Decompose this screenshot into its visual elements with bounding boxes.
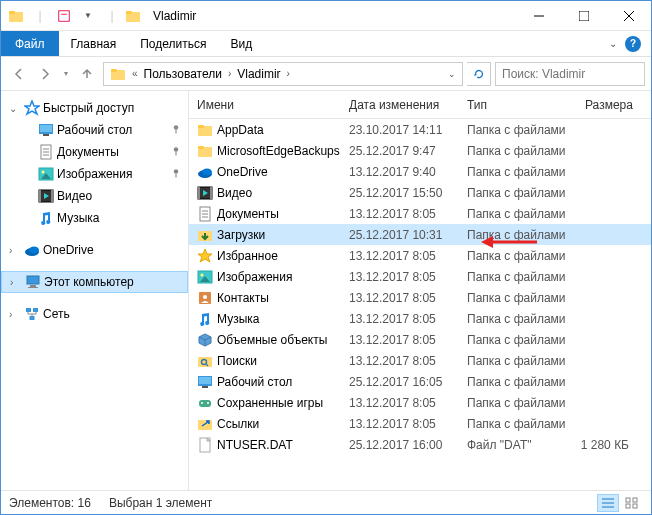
chevron-right-icon[interactable]: › [10, 277, 22, 288]
sidebar-item-label: Видео [57, 189, 92, 203]
music-icon [197, 311, 213, 327]
table-row[interactable]: Видео 25.12.2017 15:50 Папка с файлами [189, 182, 651, 203]
tab-share[interactable]: Поделиться [128, 31, 218, 56]
column-date[interactable]: Дата изменения [341, 98, 459, 112]
address-dropdown[interactable]: ⌄ [444, 69, 460, 79]
tree-label: Быстрый доступ [43, 101, 134, 115]
file-date: 23.10.2017 14:11 [341, 123, 459, 137]
chevron-right-icon[interactable]: › [285, 68, 292, 79]
onedrive-icon [23, 242, 41, 258]
svg-rect-60 [633, 504, 637, 508]
file-tab[interactable]: Файл [1, 31, 59, 56]
nav-buttons: ▾ [7, 62, 99, 86]
forward-button[interactable] [33, 62, 57, 86]
chevron-down-icon[interactable]: ⌄ [9, 103, 21, 114]
table-row[interactable]: Контакты 13.12.2017 8:05 Папка с файлами [189, 287, 651, 308]
icons-view-button[interactable] [621, 494, 643, 512]
table-row[interactable]: Поиски 13.12.2017 8:05 Папка с файлами [189, 350, 651, 371]
column-type[interactable]: Тип [459, 98, 577, 112]
tab-view[interactable]: Вид [218, 31, 264, 56]
ribbon-expand-icon[interactable]: ⌄ [609, 38, 617, 49]
svg-rect-47 [579, 11, 589, 21]
ribbon-right: ⌄ ? [609, 31, 651, 56]
breadcrumb-users[interactable]: Пользователи [140, 67, 226, 81]
table-row[interactable]: Музыка 13.12.2017 8:05 Папка с файлами [189, 308, 651, 329]
sidebar-item[interactable]: Рабочий стол [1, 119, 188, 141]
svg-rect-57 [626, 498, 630, 502]
file-name: OneDrive [217, 165, 268, 179]
navigation-pane: ⌄ Быстрый доступ Рабочий стол Документы … [1, 91, 189, 490]
pin-icon [170, 123, 182, 138]
svg-rect-59 [626, 504, 630, 508]
sidebar-item[interactable]: Изображения [1, 163, 188, 185]
back-button[interactable] [7, 62, 31, 86]
tree-onedrive[interactable]: › OneDrive [1, 239, 188, 261]
table-row[interactable]: Загрузки 25.12.2017 10:31 Папка с файлам… [189, 224, 651, 245]
qat-dropdown[interactable]: ▼ [77, 5, 99, 27]
tree-network[interactable]: › Сеть [1, 303, 188, 325]
breadcrumb-vladimir[interactable]: Vladimir [233, 67, 284, 81]
table-row[interactable]: AppData 23.10.2017 14:11 Папка с файлами [189, 119, 651, 140]
help-icon[interactable]: ? [625, 36, 641, 52]
file-type: Папка с файлами [459, 123, 577, 137]
tree-quick-access[interactable]: ⌄ Быстрый доступ [1, 97, 188, 119]
file-name: Изображения [217, 270, 292, 284]
minimize-button[interactable] [516, 1, 561, 31]
properties-icon[interactable] [53, 5, 75, 27]
music-icon [37, 210, 55, 226]
column-size[interactable]: Размера [577, 98, 637, 112]
address-bar[interactable]: « Пользователи › Vladimir › ⌄ [103, 62, 463, 86]
file-type: Файл "DAT" [459, 438, 577, 452]
table-row[interactable]: OneDrive 13.12.2017 9:40 Папка с файлами [189, 161, 651, 182]
table-row[interactable]: Изображения 13.12.2017 8:05 Папка с файл… [189, 266, 651, 287]
this-pc-icon [24, 274, 42, 290]
refresh-button[interactable] [467, 62, 491, 86]
sidebar-item[interactable]: Видео [1, 185, 188, 207]
table-row[interactable]: Ссылки 13.12.2017 8:05 Папка с файлами [189, 413, 651, 434]
file-rows: AppData 23.10.2017 14:11 Папка с файлами… [189, 119, 651, 490]
table-row[interactable]: MicrosoftEdgeBackups 25.12.2017 9:47 Пап… [189, 140, 651, 161]
address-root-icon[interactable] [106, 66, 130, 82]
desktop-icon [37, 122, 55, 138]
file-type: Папка с файлами [459, 333, 577, 347]
qat-separator: | [101, 5, 123, 27]
tab-home[interactable]: Главная [59, 31, 129, 56]
chevron-right-icon[interactable]: › [9, 245, 21, 256]
file-name: NTUSER.DAT [217, 438, 293, 452]
table-row[interactable]: Рабочий стол 25.12.2017 16:05 Папка с фа… [189, 371, 651, 392]
search-input[interactable] [502, 67, 652, 81]
details-view-button[interactable] [597, 494, 619, 512]
file-name: Музыка [217, 312, 259, 326]
table-row[interactable]: Избранное 13.12.2017 8:05 Папка с файлам… [189, 245, 651, 266]
table-row[interactable]: Документы 13.12.2017 8:05 Папка с файлам… [189, 203, 651, 224]
file-date: 25.12.2017 9:47 [341, 144, 459, 158]
videos-icon [37, 188, 55, 204]
chevron-right-icon[interactable]: › [226, 68, 233, 79]
search-box[interactable] [495, 62, 645, 86]
tree-this-pc[interactable]: › Этот компьютер [1, 271, 188, 293]
folder-indicator-icon [5, 5, 27, 27]
file-date: 13.12.2017 8:05 [341, 354, 459, 368]
main-area: ⌄ Быстрый доступ Рабочий стол Документы … [1, 91, 651, 490]
table-row[interactable]: NTUSER.DAT 25.12.2017 16:00 Файл "DAT" 1… [189, 434, 651, 455]
documents-icon [197, 206, 213, 222]
table-row[interactable]: Сохраненные игры 13.12.2017 8:05 Папка с… [189, 392, 651, 413]
view-switcher [597, 494, 643, 512]
up-button[interactable] [75, 62, 99, 86]
column-headers: Имени Дата изменения Тип Размера [189, 91, 651, 119]
sidebar-item[interactable]: Музыка [1, 207, 188, 229]
recent-dropdown[interactable]: ▾ [59, 62, 73, 86]
chevron-right-icon[interactable]: › [9, 309, 21, 320]
file-date: 13.12.2017 8:05 [341, 291, 459, 305]
file-name: Загрузки [217, 228, 265, 242]
chevron-right-icon[interactable]: « [130, 68, 140, 79]
column-name[interactable]: Имени [189, 98, 341, 112]
close-button[interactable] [606, 1, 651, 31]
searches-icon [197, 353, 213, 369]
pictures-icon [197, 269, 213, 285]
sidebar-item[interactable]: Документы [1, 141, 188, 163]
table-row[interactable]: Объемные объекты 13.12.2017 8:05 Папка с… [189, 329, 651, 350]
file-type: Папка с файлами [459, 144, 577, 158]
file-type: Папка с файлами [459, 396, 577, 410]
maximize-button[interactable] [561, 1, 606, 31]
